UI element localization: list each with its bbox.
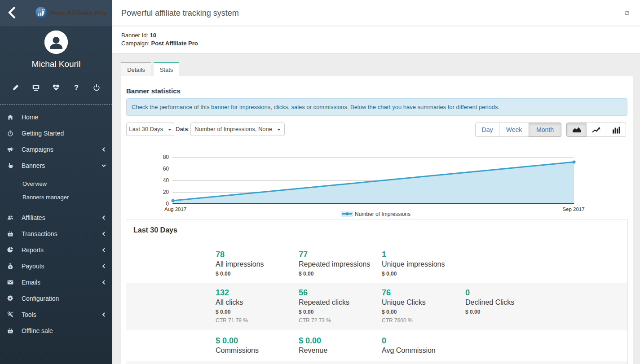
svg-text:?: ? <box>74 84 79 91</box>
svg-text:40: 40 <box>163 177 169 184</box>
svg-text:$: $ <box>9 265 11 269</box>
svg-text:Aug 2017: Aug 2017 <box>164 206 186 212</box>
svg-text:80: 80 <box>163 154 169 160</box>
svg-text:60: 60 <box>163 166 169 172</box>
svg-text:0: 0 <box>166 201 169 207</box>
svg-text:Number of Impressions: Number of Impressions <box>355 211 410 217</box>
svg-text:Sep 2017: Sep 2017 <box>562 206 584 212</box>
svg-text:20: 20 <box>163 189 169 195</box>
